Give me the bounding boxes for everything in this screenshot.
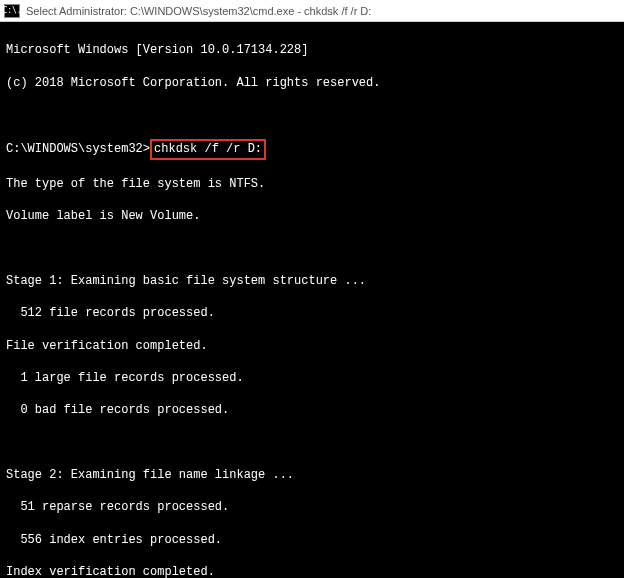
version-line: Microsoft Windows [Version 10.0.17134.22…: [6, 42, 618, 58]
copyright-line: (c) 2018 Microsoft Corporation. All righ…: [6, 75, 618, 91]
stage1-bad: 0 bad file records processed.: [6, 402, 618, 418]
stage1-records: 512 file records processed.: [6, 305, 618, 321]
stage2-index: 556 index entries processed.: [6, 532, 618, 548]
stage1-verify: File verification completed.: [6, 338, 618, 354]
stage2-verify: Index verification completed.: [6, 564, 618, 578]
stage2-title: Stage 2: Examining file name linkage ...: [6, 467, 618, 483]
volume-label-line: Volume label is New Volume.: [6, 208, 618, 224]
stage2-reparse: 51 reparse records processed.: [6, 499, 618, 515]
command-highlight: chkdsk /f /r D:: [150, 139, 266, 159]
blank: [6, 107, 618, 123]
blank: [6, 240, 618, 256]
prompt-path: C:\WINDOWS\system32>: [6, 142, 150, 156]
blank: [6, 435, 618, 451]
cmd-icon: C:\.: [4, 4, 20, 18]
stage1-title: Stage 1: Examining basic file system str…: [6, 273, 618, 289]
window-title: Select Administrator: C:\WINDOWS\system3…: [26, 5, 371, 17]
stage1-large: 1 large file records processed.: [6, 370, 618, 386]
window-title-bar[interactable]: C:\. Select Administrator: C:\WINDOWS\sy…: [0, 0, 624, 22]
command-prompt: C:\WINDOWS\system32>chkdsk /f /r D:: [6, 139, 618, 159]
fs-type-line: The type of the file system is NTFS.: [6, 176, 618, 192]
terminal-output[interactable]: Microsoft Windows [Version 10.0.17134.22…: [0, 22, 624, 578]
